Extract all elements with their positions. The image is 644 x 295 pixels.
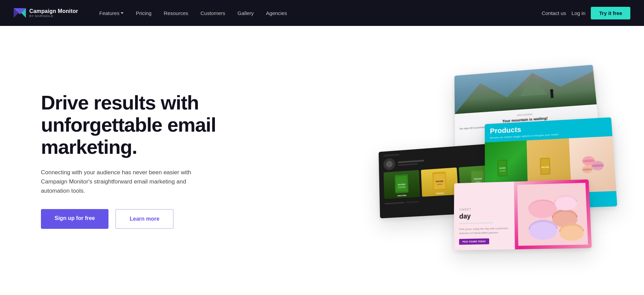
nav-features[interactable]: Features bbox=[94, 8, 128, 19]
hero-title: Drive results with unforgettable email m… bbox=[41, 92, 232, 158]
card-nutrition-logo-circle bbox=[383, 158, 395, 171]
email-card-macarons: SWEET day Pick yours, enjoy the day with… bbox=[454, 179, 592, 250]
try-it-free-button[interactable]: Try it free bbox=[591, 7, 630, 19]
logo-title: Campaign Monitor bbox=[29, 8, 78, 14]
footer-bar-2 bbox=[406, 201, 419, 203]
macarons-full-svg bbox=[517, 183, 588, 246]
product-box-2: PROTEIN POUCH POUCH bbox=[421, 167, 458, 197]
card-nutrition-logo-inner bbox=[386, 161, 393, 167]
chevron-down-icon bbox=[121, 12, 123, 14]
nav-resources[interactable]: Resources bbox=[159, 8, 193, 19]
card-macarons-left: SWEET day Pick yours, enjoy the day with… bbox=[454, 181, 515, 250]
card-nutrition-text bbox=[398, 160, 424, 166]
card-macarons-divider bbox=[459, 222, 493, 224]
card-nutrition-sub-bar bbox=[398, 163, 418, 166]
card-macarons-subtitle: SWEET bbox=[459, 207, 509, 211]
learn-more-button[interactable]: Learn more bbox=[115, 209, 174, 229]
hero-buttons: Sign up for free Learn more bbox=[41, 209, 232, 229]
card-products-title-area: Products Browse our newest veggie option… bbox=[490, 121, 606, 139]
product-box-1: SLICED CHICKEN PROTEIN bbox=[384, 170, 420, 199]
nav-links: Features Pricing Resources Customers Gal… bbox=[94, 8, 292, 19]
logo-subtitle: by MARIGOLD bbox=[29, 14, 78, 18]
card-macarons-title: day bbox=[459, 211, 509, 220]
svg-text:CHICKEN: CHICKEN bbox=[500, 170, 506, 172]
hero-content: Drive results with unforgettable email m… bbox=[41, 92, 232, 229]
logo-text: Campaign Monitor by MARIGOLD bbox=[29, 8, 78, 18]
nav-pricing[interactable]: Pricing bbox=[131, 8, 156, 19]
hero-subtitle: Connecting with your audience has never … bbox=[41, 168, 211, 196]
logo-icon bbox=[14, 8, 26, 18]
nav-agencies[interactable]: Agencies bbox=[261, 8, 292, 19]
logo[interactable]: Campaign Monitor by MARIGOLD bbox=[14, 8, 78, 18]
card-nutrition-title-bar bbox=[398, 160, 424, 163]
contact-us-link[interactable]: Contact us bbox=[542, 10, 566, 16]
nav-gallery[interactable]: Gallery bbox=[233, 8, 259, 19]
card-macarons-inner: SWEET day Pick yours, enjoy the day with… bbox=[454, 179, 592, 250]
hero-section: Drive results with unforgettable email m… bbox=[0, 26, 644, 295]
card-macarons-description: Pick yours, enjoy the day with a premium… bbox=[459, 226, 509, 236]
navigation: Campaign Monitor by MARIGOLD Features Pr… bbox=[0, 0, 644, 26]
card-macarons-right bbox=[514, 179, 592, 249]
macarons-svg bbox=[577, 150, 607, 179]
footer-bar-1 bbox=[384, 202, 405, 204]
login-link[interactable]: Log in bbox=[572, 10, 586, 16]
nav-right: Contact us Log in Try it free bbox=[542, 7, 630, 19]
nav-left: Campaign Monitor by MARIGOLD Features Pr… bbox=[14, 8, 292, 19]
yellow-svg: PROTEIN bbox=[538, 152, 559, 180]
svg-text:PROTEIN: PROTEIN bbox=[541, 166, 549, 168]
signup-button[interactable]: Sign up for free bbox=[41, 209, 108, 229]
greens-svg: SLICED CHICKEN bbox=[496, 154, 516, 182]
nav-customers[interactable]: Customers bbox=[196, 8, 230, 19]
card-nutrition-badge bbox=[383, 154, 399, 157]
card-macarons-cta: PICK YOURS TODAY bbox=[459, 238, 489, 245]
hero-visual: GROUNDED Your mountain is waiting! Two d… bbox=[246, 58, 617, 263]
svg-text:SLICED: SLICED bbox=[499, 167, 506, 169]
svg-text:POUCH: POUCH bbox=[437, 183, 442, 185]
